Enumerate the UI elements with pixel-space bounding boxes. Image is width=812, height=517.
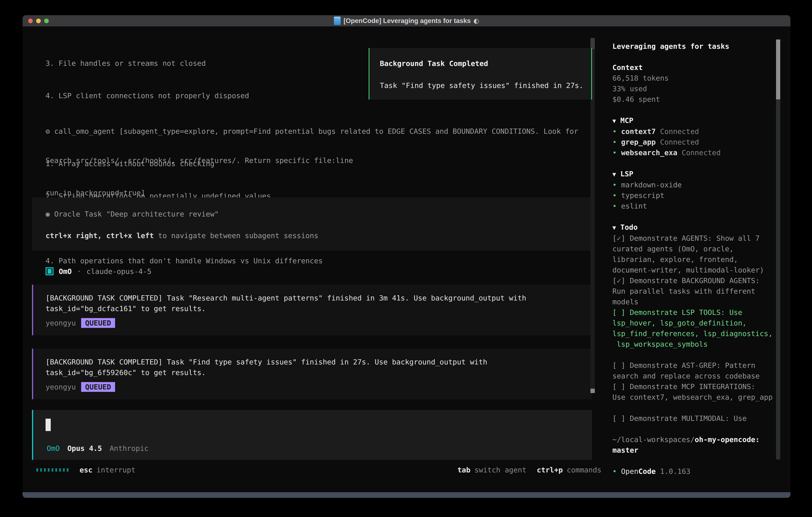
- titlebar[interactable]: [OpenCode] Leveraging agents for tasks ◐: [23, 15, 790, 26]
- input-agent-label[interactable]: OmO: [47, 444, 60, 453]
- chevron-down-icon: ▼: [612, 117, 616, 124]
- tab-hint: tab switch agent: [457, 466, 526, 474]
- toast-body: Task "Find type safety issues" finished …: [380, 81, 591, 90]
- mcp-item: • websearch_exa Connected: [612, 147, 776, 158]
- version-section: • OpenCode 1.0.163: [612, 466, 776, 477]
- prompt-input[interactable]: OmO Opus 4.5 Anthropic: [32, 410, 592, 460]
- close-button[interactable]: [28, 19, 33, 23]
- message-meta-row: yeongyu QUEUED: [46, 381, 592, 392]
- message-line: task_id="bg_dcfac161" to get results.: [46, 303, 592, 314]
- agent-header-row: OmO · claude-opus-4-5: [46, 266, 151, 277]
- oracle-task-title-row: ◉ Oracle Task "Deep architecture review": [46, 209, 592, 219]
- main-scrollbar-thumb[interactable]: [590, 38, 595, 49]
- message-user: yeongyu: [46, 319, 76, 327]
- input-footer: OmO Opus 4.5 Anthropic: [47, 444, 149, 453]
- context-tokens: 66,518 tokens: [612, 73, 776, 83]
- repo-name: oh-my-opencode:: [695, 435, 760, 444]
- chevron-down-icon: ▼: [612, 224, 616, 231]
- app-version-row: • OpenCode 1.0.163: [612, 466, 776, 477]
- separator-dot: ·: [77, 267, 81, 275]
- toast-title: Background Task Completed: [380, 59, 591, 68]
- mcp-heading: MCP: [620, 116, 633, 125]
- input-model-label[interactable]: Opus 4.5: [67, 444, 102, 453]
- chevron-down-icon: ▼: [612, 171, 616, 178]
- lsp-name: eslint: [621, 202, 647, 210]
- todo-item-pending: [ ] Demonstrate AST-GREP: Pattern search…: [612, 360, 776, 381]
- oracle-task-panel: ◉ Oracle Task "Deep architecture review"…: [32, 197, 592, 250]
- lsp-item: • typescript: [612, 190, 776, 201]
- mcp-status: Connected: [682, 148, 721, 157]
- tab-label: switch agent: [474, 466, 526, 474]
- lsp-item: • eslint: [612, 201, 776, 211]
- status-dot-icon: •: [612, 138, 617, 146]
- message-user: yeongyu: [46, 383, 76, 391]
- mcp-name: grep_app: [621, 138, 656, 146]
- mcp-name: context7: [621, 127, 656, 136]
- message-meta-row: yeongyu QUEUED: [46, 318, 592, 328]
- workspace-section: ~/local-workspaces/oh-my-opencode: maste…: [612, 434, 776, 456]
- path-prefix: ~/local-workspaces/: [612, 435, 695, 444]
- mcp-item: • grep_app Connected: [612, 137, 776, 147]
- window-title: [OpenCode] Leveraging agents for tasks: [344, 17, 470, 25]
- opencode-window: [OpenCode] Leveraging agents for tasks ◐…: [23, 15, 790, 498]
- gear-icon: ⚙: [46, 127, 50, 135]
- lsp-heading-row[interactable]: ▼ LSP: [612, 168, 776, 180]
- session-title: Leveraging agents for tasks: [612, 41, 776, 52]
- todo-heading: Todo: [620, 223, 638, 231]
- session-sidebar: Leveraging agents for tasks Context 66,5…: [607, 26, 790, 492]
- background-task-message: [BACKGROUND TASK COMPLETED] Task "Resear…: [32, 285, 592, 335]
- git-branch: master: [612, 445, 776, 456]
- commands-hint: ctrl+p commands: [537, 466, 601, 474]
- sidebar-content: Leveraging agents for tasks Context 66,5…: [612, 41, 776, 477]
- commands-key: ctrl+p: [537, 466, 563, 474]
- main-scrollbar-end[interactable]: [590, 389, 595, 393]
- zoom-button[interactable]: [44, 19, 49, 23]
- sidebar-scrollbar[interactable]: [776, 39, 780, 459]
- terminal-line: 4. LSP client connections not properly d…: [46, 90, 353, 101]
- hint-rest: to navigate between subagent sessions: [154, 232, 318, 240]
- context-spent: $0.46 spent: [612, 94, 776, 105]
- commands-label: commands: [567, 466, 601, 474]
- message-line: [BACKGROUND TASK COMPLETED] Task "Resear…: [46, 293, 592, 303]
- agent-omo-icon-fill: [48, 269, 52, 274]
- radio-circle-icon: ◉: [46, 210, 50, 218]
- lsp-name: markdown-oxide: [621, 181, 682, 189]
- text-cursor: [46, 419, 51, 431]
- todo-item-pending: [ ] Demonstrate MULTIMODAL: Use: [612, 413, 776, 424]
- status-dot-icon: •: [612, 181, 617, 189]
- mcp-status: Connected: [660, 127, 699, 136]
- mcp-section: ▼ MCP • context7 Connected • grep_app Co…: [612, 115, 776, 158]
- agent-omo-icon: [46, 267, 54, 275]
- sidebar-scrollbar-thumb[interactable]: [776, 39, 780, 99]
- subagent-nav-hint: ctrl+x right, ctrl+x left to navigate be…: [46, 230, 592, 241]
- status-dot-icon: •: [612, 127, 617, 136]
- minimize-button[interactable]: [36, 19, 41, 23]
- main-pane: 3. File handles or streams not closed 4.…: [23, 26, 603, 492]
- input-provider-label: Anthropic: [110, 444, 148, 453]
- context-heading: Context: [612, 62, 776, 73]
- oracle-task-title: Oracle Task "Deep architecture review": [54, 210, 219, 218]
- todo-section: ▼ Todo [✓] Demonstrate AGENTS: Show all …: [612, 222, 776, 424]
- status-dot-icon: •: [612, 148, 617, 157]
- terminal-line: 3. File handles or streams not closed: [46, 58, 353, 69]
- document-icon: [334, 17, 341, 25]
- lsp-section: ▼ LSP • markdown-oxide • typescript • es…: [612, 168, 776, 211]
- status-left: esc interrupt: [36, 466, 136, 474]
- message-line: task_id="bg_6f59260c" to get results.: [46, 367, 592, 378]
- tool-call-header: ⚙ call_omo_agent [subagent_type=explore,…: [46, 126, 578, 137]
- tool-call-line: 4. Path operations that don't handle Win…: [46, 255, 578, 266]
- window-title-group: [OpenCode] Leveraging agents for tasks ◐: [334, 17, 479, 25]
- status-dot-icon: •: [612, 467, 617, 475]
- lsp-name: typescript: [621, 191, 664, 199]
- tool-call-line: 1. Array access without bounds checking: [46, 158, 578, 169]
- context-used: 33% used: [612, 83, 776, 94]
- mcp-status: Connected: [660, 138, 699, 146]
- app-name-bold: Code: [638, 467, 656, 475]
- mcp-item: • context7 Connected: [612, 126, 776, 137]
- app-version: 1.0.163: [660, 467, 690, 475]
- mcp-heading-row[interactable]: ▼ MCP: [612, 115, 776, 126]
- background-task-message: [BACKGROUND TASK COMPLETED] Task "Find t…: [32, 349, 592, 399]
- todo-heading-row[interactable]: ▼ Todo: [612, 222, 776, 233]
- todo-item-done: [✓] Demonstrate AGENTS: Show all 7 curat…: [612, 233, 776, 275]
- todo-item-pending: [ ] Demonstrate MCP INTEGRATIONS: Use co…: [612, 381, 776, 403]
